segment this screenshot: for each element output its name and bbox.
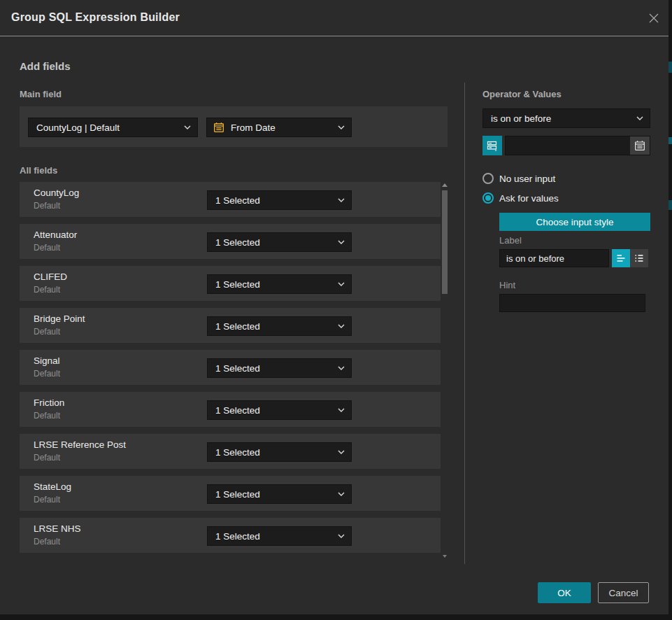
field-row: LRSE Reference Post Default 1 Selected <box>20 434 441 469</box>
all-fields-list: CountyLog Default 1 Selected Attenuator … <box>20 182 441 560</box>
chevron-down-icon <box>338 492 351 496</box>
values-select-value: 1 Selected <box>208 237 338 248</box>
label-input[interactable] <box>499 249 609 267</box>
group-sql-expression-builder-dialog: Group SQL Expression Builder Add fields … <box>0 0 669 614</box>
background-accent-sliver <box>669 137 672 144</box>
radio-ask-for-values[interactable]: Ask for values <box>482 192 559 204</box>
chevron-down-icon <box>338 282 351 286</box>
field-subtype: Default <box>34 453 60 463</box>
field-subtype: Default <box>34 285 60 295</box>
calendar-icon <box>207 122 224 133</box>
chevron-down-icon <box>184 125 197 129</box>
value-input-wrapper <box>505 136 650 155</box>
field-name: StateLog <box>34 481 71 492</box>
radio-label: Ask for values <box>499 193 559 204</box>
main-field-label: Main field <box>20 89 62 99</box>
field-row: Attenuator Default 1 Selected <box>20 224 441 259</box>
operator-select-value: is on or before <box>483 113 636 124</box>
dialog-header: Group SQL Expression Builder <box>0 0 669 36</box>
field-name: CountyLog <box>34 188 79 198</box>
values-select-value: 1 Selected <box>208 447 338 458</box>
field-subtype: Default <box>34 201 60 211</box>
field-name: LRSE NHS <box>34 523 81 534</box>
field-subtype: Default <box>34 243 60 253</box>
main-field-box: CountyLog | Default From Date <box>20 106 448 147</box>
radio-icon <box>482 173 494 184</box>
field-name: CLIFED <box>34 272 67 282</box>
field-name: Signal <box>34 355 60 366</box>
cancel-button[interactable]: Cancel <box>598 582 649 603</box>
layer-select-value: CountyLog | Default <box>29 122 184 133</box>
choose-input-style-button[interactable]: Choose input style <box>499 213 650 231</box>
field-row: LRSE NHS Default 1 Selected <box>20 518 441 553</box>
background-accent-sliver <box>669 62 672 73</box>
values-select[interactable]: 1 Selected <box>207 400 352 420</box>
field-row: CLIFED Default 1 Selected <box>20 266 441 301</box>
dialog-title: Group SQL Expression Builder <box>11 11 180 24</box>
calendar-picker-icon[interactable] <box>630 136 650 155</box>
label-caption: Label <box>499 235 522 246</box>
field-subtype: Default <box>34 411 60 421</box>
chevron-down-icon <box>338 534 351 538</box>
close-icon[interactable] <box>646 10 662 26</box>
main-field-select-value: From Date <box>224 122 338 133</box>
values-select-value: 1 Selected <box>208 321 338 332</box>
field-row: Signal Default 1 Selected <box>20 350 441 385</box>
field-name: Friction <box>34 397 64 408</box>
hint-caption: Hint <box>499 280 515 290</box>
values-select[interactable]: 1 Selected <box>207 526 352 546</box>
panel-divider <box>464 83 465 564</box>
field-name: LRSE Reference Post <box>34 439 126 450</box>
scrollbar-down-arrow-icon[interactable] <box>443 555 447 558</box>
field-subtype: Default <box>34 369 60 379</box>
unique-values-button[interactable] <box>482 136 502 155</box>
scrollbar-up-arrow-icon[interactable] <box>442 183 448 187</box>
values-select[interactable]: 1 Selected <box>207 442 352 462</box>
field-subtype: Default <box>34 537 60 547</box>
field-subtype: Default <box>34 495 60 505</box>
values-select-value: 1 Selected <box>208 195 338 206</box>
chevron-down-icon <box>636 116 650 120</box>
radio-no-user-input[interactable]: No user input <box>482 172 555 185</box>
radio-checked-icon <box>482 192 494 204</box>
chevron-down-icon <box>338 324 351 328</box>
ok-button[interactable]: OK <box>538 582 591 603</box>
values-select[interactable]: 1 Selected <box>207 232 352 252</box>
layer-select[interactable]: CountyLog | Default <box>28 118 198 137</box>
values-select[interactable]: 1 Selected <box>207 316 352 336</box>
hint-input[interactable] <box>499 294 645 312</box>
field-subtype: Default <box>34 327 60 337</box>
field-row: CountyLog Default 1 Selected <box>20 182 441 217</box>
values-select[interactable]: 1 Selected <box>207 484 352 504</box>
chevron-down-icon <box>338 198 351 202</box>
add-fields-heading: Add fields <box>20 60 71 72</box>
field-name: Bridge Point <box>34 313 85 324</box>
chevron-down-icon <box>338 450 351 454</box>
values-select-value: 1 Selected <box>208 489 338 500</box>
values-select[interactable]: 1 Selected <box>207 274 352 294</box>
chevron-down-icon <box>338 366 351 370</box>
chevron-down-icon <box>338 408 351 412</box>
field-row: StateLog Default 1 Selected <box>20 476 441 511</box>
field-row: Bridge Point Default 1 Selected <box>20 308 441 343</box>
chevron-down-icon <box>338 125 351 129</box>
main-field-select[interactable]: From Date <box>206 118 352 137</box>
values-select-value: 1 Selected <box>208 531 338 542</box>
input-style-list-toggle[interactable] <box>630 249 648 267</box>
input-style-text-toggle[interactable] <box>612 249 630 267</box>
values-select-value: 1 Selected <box>208 279 338 290</box>
values-select[interactable]: 1 Selected <box>207 358 352 378</box>
field-name: Attenuator <box>34 230 77 240</box>
field-row: Friction Default 1 Selected <box>20 392 441 427</box>
chevron-down-icon <box>338 240 351 244</box>
all-fields-label: All fields <box>20 165 57 176</box>
values-select-value: 1 Selected <box>208 363 338 374</box>
operator-values-heading: Operator & Values <box>482 89 562 99</box>
values-select-value: 1 Selected <box>208 405 338 416</box>
value-input[interactable] <box>506 136 640 155</box>
scrollbar-thumb[interactable] <box>442 190 448 294</box>
operator-select[interactable]: is on or before <box>482 108 650 128</box>
values-select[interactable]: 1 Selected <box>207 190 352 210</box>
radio-label: No user input <box>499 174 555 184</box>
background-accent-sliver <box>669 200 672 210</box>
